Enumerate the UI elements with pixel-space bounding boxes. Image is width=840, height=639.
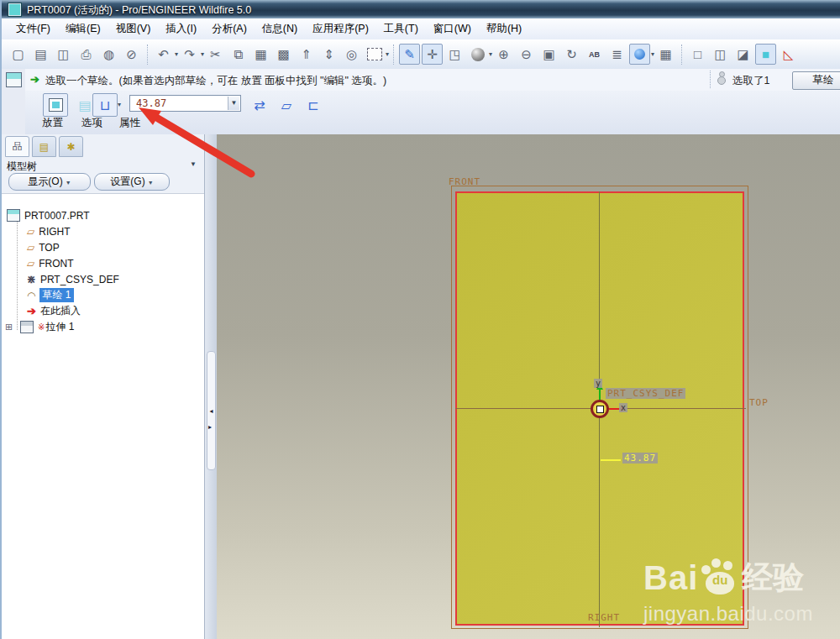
tab-options[interactable]: 选项	[81, 116, 102, 130]
selection-filter-box-dropdown[interactable]: ▾	[386, 50, 389, 58]
show-button[interactable]: 显示(O)▼	[8, 173, 91, 191]
find-icon[interactable]: ◎	[341, 44, 362, 65]
top-plane-label: TOP	[749, 397, 769, 408]
collapse-panel-handle[interactable]: ◂	[207, 351, 216, 470]
spin-center-icon[interactable]: ✛	[422, 44, 443, 65]
tree-item-label[interactable]: 在此插入	[40, 304, 81, 318]
datum-display-icon[interactable]	[629, 44, 650, 65]
datum-planes-toggle-icon[interactable]: ◺	[778, 44, 799, 65]
status-separator	[710, 71, 711, 88]
zoom-out-icon[interactable]: ⊖	[516, 44, 537, 65]
undo-icon[interactable]: ↶	[153, 44, 174, 65]
expander-icon[interactable]: ⊞	[2, 322, 20, 333]
tree-item-sketch-1[interactable]: ◠草绘 1	[2, 287, 204, 303]
depth-option-button[interactable]: ⊔	[92, 93, 118, 117]
insert-arrow-icon: ➔	[27, 305, 36, 317]
graphics-area[interactable]: FRONT TOP RIGHT y x PRT_CSYS_DEF 43.87 B…	[217, 134, 840, 639]
saved-views-icon[interactable]: AB	[584, 44, 605, 65]
model-tree-menu-icon[interactable]: ▼	[190, 160, 197, 168]
no-hidden-view-icon[interactable]: ◪	[732, 44, 753, 65]
tree-item-csys[interactable]: ⋇PRT_CSYS_DEF	[2, 271, 204, 287]
thicken-sketch-button[interactable]: ▱	[274, 93, 299, 117]
tree-item-label[interactable]: PRT0007.PRT	[24, 210, 90, 222]
selection-filter-icon[interactable]	[717, 76, 726, 85]
tab-properties[interactable]: 属性	[119, 116, 140, 130]
tree-item-label[interactable]: FRONT	[39, 258, 73, 270]
panel-sash[interactable]: ◂ ▸	[205, 134, 217, 639]
tree-item-insert-here[interactable]: ➔在此插入	[2, 303, 204, 319]
x-axis-label: x	[619, 403, 627, 412]
baidu-paw-icon: du	[700, 558, 740, 597]
tree-item-label[interactable]: RIGHT	[39, 226, 70, 238]
tab-folder-browser[interactable]: ▤	[32, 136, 56, 157]
remove-material-button[interactable]: ⊏	[301, 93, 326, 117]
menu-item-window[interactable]: 窗口(W)	[426, 19, 479, 39]
tab-favorites[interactable]: ✱	[59, 136, 83, 157]
sketch-action-button[interactable]: 草绘	[792, 71, 840, 90]
selection-filter-box[interactable]	[364, 44, 385, 65]
copy-icon[interactable]: ⧉	[228, 44, 249, 65]
hidden-line-view-icon[interactable]: ◫	[710, 44, 731, 65]
paste-special-icon[interactable]: ▩	[273, 44, 294, 65]
redo-icon-dropdown[interactable]: ▾	[201, 50, 204, 58]
erase-not-displayed-icon[interactable]: ◍	[98, 44, 119, 65]
csys-origin-marker[interactable]	[591, 400, 609, 418]
regenerate-custom-icon[interactable]: ⇕	[318, 44, 339, 65]
repaint-icon[interactable]: ✎	[399, 44, 420, 65]
depth-value-combobox[interactable]: 43.87 ▼	[129, 95, 241, 112]
front-plane-label: FRONT	[449, 176, 480, 187]
save-icon[interactable]: ◫	[53, 44, 74, 65]
tree-item-label[interactable]: TOP	[39, 242, 59, 254]
redo-icon[interactable]: ↷	[179, 44, 200, 65]
new-file-icon[interactable]: ▢	[8, 44, 29, 65]
open-file-icon[interactable]: ▤	[30, 44, 51, 65]
undo-icon-dropdown[interactable]: ▾	[175, 50, 178, 58]
zoom-fit-icon[interactable]: ▣	[538, 44, 559, 65]
layers-icon[interactable]: ≣	[606, 44, 627, 65]
depth-value[interactable]: 43.87	[136, 97, 166, 109]
print-icon[interactable]: ⎙	[76, 44, 97, 65]
tree-item-top-plane[interactable]: ▱TOP	[2, 239, 204, 255]
solid-type-button[interactable]	[43, 93, 68, 117]
cut-icon[interactable]: ✂	[205, 44, 226, 65]
settings-button[interactable]: 设置(G)▼	[94, 173, 170, 191]
tree-item-front-plane[interactable]: ▱FRONT	[2, 255, 204, 271]
flip-direction-button[interactable]: ⇄	[247, 93, 272, 117]
menu-item-view[interactable]: 视图(V)	[108, 19, 159, 39]
menu-item-insert[interactable]: 插入(I)	[158, 19, 204, 39]
tree-item-label[interactable]: 拉伸 1	[45, 320, 74, 334]
screen-capture-icon[interactable]: ▦	[655, 44, 676, 65]
delete-old-versions-icon[interactable]: ⊘	[121, 44, 142, 65]
shading-sphere-icon[interactable]	[467, 44, 488, 65]
depth-dropdown-icon[interactable]: ▼	[228, 97, 239, 110]
tab-model-tree[interactable]: 品	[5, 136, 29, 157]
orient-mode-icon[interactable]: ◳	[444, 44, 465, 65]
menu-item-applications[interactable]: 应用程序(P)	[305, 19, 376, 39]
watermark-jingyan-text: 经验	[742, 557, 804, 599]
depth-option-button-dropdown[interactable]: ▾	[118, 101, 121, 108]
tab-placement[interactable]: 放置	[42, 116, 63, 130]
shading-sphere-icon-dropdown[interactable]: ▾	[489, 50, 492, 58]
menu-item-tools[interactable]: 工具(T)	[376, 19, 426, 39]
paste-icon[interactable]: ▦	[250, 44, 271, 65]
regenerate-icon[interactable]: ⇑	[296, 44, 317, 65]
expand-panel-arrow[interactable]: ▸	[208, 423, 212, 431]
tree-item-right-plane[interactable]: ▱RIGHT	[2, 223, 204, 239]
reorient-view-icon[interactable]: ↻	[561, 44, 582, 65]
tree-item-prt0007[interactable]: PRT0007.PRT	[2, 207, 204, 223]
wireframe-view-icon[interactable]: □	[687, 44, 708, 65]
menu-item-analysis[interactable]: 分析(A)	[204, 19, 255, 39]
tree-item-label[interactable]: 草绘 1	[39, 288, 73, 302]
menu-item-file[interactable]: 文件(F)	[8, 19, 58, 39]
menu-item-help[interactable]: 帮助(H)	[479, 19, 529, 39]
menu-item-edit[interactable]: 编辑(E)	[58, 19, 108, 39]
tree-item-extrude-1[interactable]: ⊞※拉伸 1	[2, 319, 204, 335]
prompt-arrow-icon: ➔	[30, 73, 39, 86]
shaded-view-icon[interactable]: ■	[755, 44, 776, 65]
zoom-in-icon[interactable]: ⊕	[493, 44, 514, 65]
title-bar[interactable]: PRT0007 (活动的) - Pro/ENGINEER Wildfire 5.…	[2, 0, 840, 18]
datum-display-icon-dropdown[interactable]: ▾	[651, 50, 654, 58]
tree-item-label[interactable]: PRT_CSYS_DEF	[40, 274, 119, 285]
dimension-value-label[interactable]: 43.87	[622, 453, 658, 464]
menu-item-info[interactable]: 信息(N)	[255, 19, 305, 39]
